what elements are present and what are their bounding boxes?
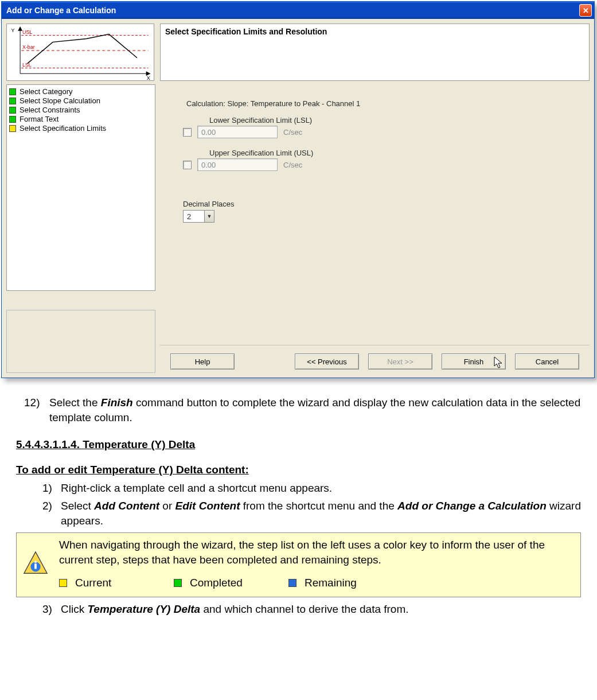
legend: Current Completed Remaining: [59, 575, 575, 590]
calculation-label: Calculation: Slope: Temperature to Peak …: [186, 99, 567, 108]
step-status-icon: [9, 116, 16, 123]
section-heading: 5.4.4.3.1.1.4. Temperature (Y) Delta: [16, 437, 581, 452]
step-12: 12) Select the Finish command button to …: [24, 395, 581, 425]
legend-current-icon: [59, 579, 67, 587]
window-title: Add or Change a Calculation: [6, 6, 116, 15]
legend-current-label: Current: [75, 575, 111, 590]
legend-remaining-label: Remaining: [305, 575, 357, 590]
wizard-step[interactable]: Format Text: [9, 115, 153, 123]
usl-label: Upper Specification Limit (USL): [209, 149, 567, 157]
step-header: Select Specification Limits and Resoluti…: [160, 24, 590, 81]
step-status-icon: [9, 125, 16, 132]
document-body: 12) Select the Finish command button to …: [0, 387, 597, 627]
legend-completed-label: Completed: [190, 575, 243, 590]
chevron-down-icon: ▼: [204, 211, 214, 222]
lsl-unit: C/sec: [283, 128, 302, 137]
subsection-heading: To add or edit Temperature (Y) Delta con…: [16, 462, 581, 477]
usl-input[interactable]: [197, 158, 278, 171]
step-label: Select Slope Calculation: [19, 96, 100, 105]
lsl-checkbox[interactable]: [183, 128, 192, 137]
step-3: 3) Click Temperature (Y) Delta and which…: [42, 602, 581, 617]
wizard-step[interactable]: Select Slope Calculation: [9, 96, 153, 105]
info-warning-icon: [22, 550, 49, 577]
help-button[interactable]: Help: [170, 353, 235, 370]
legend-completed-icon: [174, 579, 182, 587]
step-label: Select Specification Limits: [19, 124, 106, 133]
next-button: Next >>: [368, 353, 432, 370]
step-label: Format Text: [19, 115, 58, 123]
svg-point-10: [34, 561, 37, 563]
usl-unit: C/sec: [283, 161, 302, 169]
chart-usl-label: USL: [22, 29, 32, 35]
note-text: When navigating through the wizard, the …: [59, 538, 575, 567]
step-label: Select Category: [19, 87, 73, 96]
title-bar[interactable]: Add or Change a Calculation ✕: [2, 2, 594, 19]
wizard-step[interactable]: Select Specification Limits: [9, 124, 153, 133]
step-label: Select Constraints: [19, 106, 80, 114]
left-lower-panel: [6, 310, 155, 373]
cancel-button[interactable]: Cancel: [515, 353, 579, 370]
close-icon: ✕: [583, 6, 589, 15]
chart-y-label: Y: [11, 28, 14, 33]
step-1: 1) Right-click a template cell and a sho…: [42, 481, 581, 496]
chart-x-label: X: [147, 75, 150, 80]
lsl-input[interactable]: [197, 126, 278, 138]
step-status-icon: [9, 88, 16, 95]
dialog-window: Add or Change a Calculation ✕ Y X: [1, 1, 595, 378]
previous-button[interactable]: << Previous: [295, 353, 359, 370]
cursor-icon: [493, 356, 505, 370]
svg-rect-9: [34, 563, 37, 569]
wizard-step[interactable]: Select Constraints: [9, 106, 153, 114]
chart-lsl-label: LSL: [22, 62, 32, 68]
decimal-places-label: Decimal Places: [183, 200, 567, 208]
wizard-steps-list: Select Category Select Slope Calculation…: [6, 84, 155, 291]
wizard-step[interactable]: Select Category: [9, 87, 153, 96]
lsl-label: Lower Specification Limit (LSL): [209, 116, 567, 125]
svg-marker-2: [18, 26, 22, 31]
decimal-places-select[interactable]: 2 ▼: [183, 210, 214, 223]
chart-preview: Y X USL X-bar LSL: [6, 24, 154, 81]
note-box: When navigating through the wizard, the …: [16, 532, 581, 597]
step-status-icon: [9, 107, 16, 114]
step-status-icon: [9, 98, 16, 104]
chart-xbar-label: X-bar: [22, 44, 35, 50]
legend-remaining-icon: [288, 579, 296, 587]
close-button[interactable]: ✕: [579, 4, 592, 17]
decimal-places-value: 2: [187, 212, 191, 221]
step-2: 2) Select Add Content or Edit Content fr…: [42, 499, 581, 528]
usl-checkbox[interactable]: [183, 161, 192, 169]
